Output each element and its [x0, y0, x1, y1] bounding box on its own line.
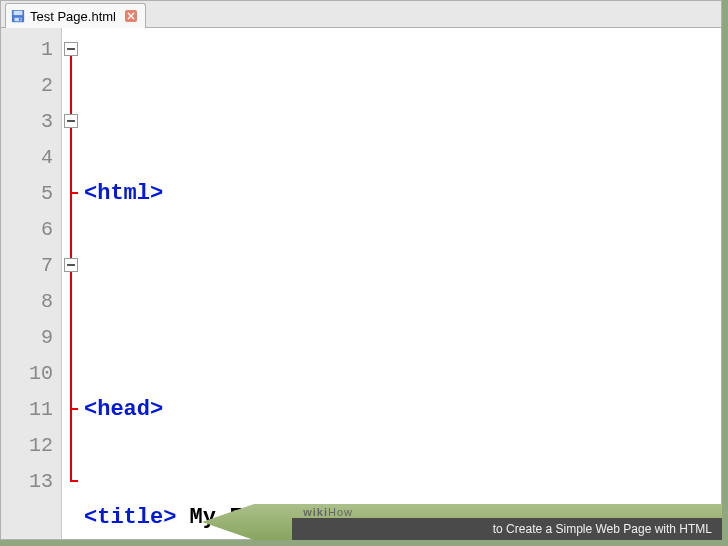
watermark-ribbon: to Create a Simple Web Page with HTML [292, 518, 722, 540]
line-number: 10 [1, 356, 53, 392]
line-number: 5 [1, 176, 53, 212]
svg-rect-3 [19, 18, 21, 21]
fold-toggle-icon[interactable] [64, 42, 78, 56]
editor-window: Test Page.html 1 2 3 4 5 6 7 8 9 10 11 1… [0, 0, 722, 540]
fold-column [62, 28, 80, 539]
line-number: 8 [1, 284, 53, 320]
code-area[interactable]: <html> <head> <title> My First Webpage <… [80, 28, 721, 539]
watermark-title: to Create a Simple Web Page with HTML [493, 522, 712, 536]
svg-rect-1 [14, 11, 23, 15]
code-line: <head> [84, 392, 721, 428]
tab-filename: Test Page.html [30, 9, 116, 24]
line-number: 9 [1, 320, 53, 356]
line-number: 3 [1, 104, 53, 140]
line-number: 4 [1, 140, 53, 176]
fold-toggle-icon[interactable] [64, 114, 78, 128]
line-gutter: 1 2 3 4 5 6 7 8 9 10 11 12 13 [1, 28, 62, 539]
fold-end-tick [70, 480, 78, 482]
line-number: 13 [1, 464, 53, 500]
fold-end-tick [70, 408, 78, 410]
line-number: 7 [1, 248, 53, 284]
file-tab[interactable]: Test Page.html [5, 3, 146, 28]
fold-toggle-icon[interactable] [64, 258, 78, 272]
line-number: 1 [1, 32, 53, 68]
line-number: 12 [1, 428, 53, 464]
tab-bar: Test Page.html [1, 1, 721, 28]
line-number: 6 [1, 212, 53, 248]
save-disk-icon [11, 9, 25, 23]
line-number: 2 [1, 68, 53, 104]
line-number: 11 [1, 392, 53, 428]
fold-end-tick [70, 192, 78, 194]
current-line-highlight [80, 462, 721, 496]
code-line: <html> [84, 176, 721, 212]
code-line [84, 284, 721, 320]
watermark-brand: wikiHow [303, 506, 353, 518]
close-tab-icon[interactable] [125, 10, 137, 22]
code-editor[interactable]: 1 2 3 4 5 6 7 8 9 10 11 12 13 [1, 28, 721, 539]
